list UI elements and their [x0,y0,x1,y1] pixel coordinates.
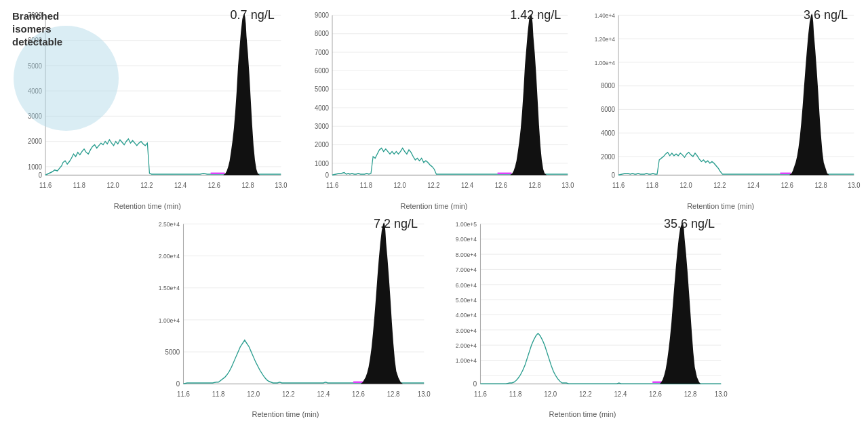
svg-text:12.6: 12.6 [208,181,220,189]
svg-text:2000: 2000 [28,138,42,146]
svg-text:9.00e+4: 9.00e+4 [456,235,477,243]
svg-text:12.4: 12.4 [614,390,627,398]
svg-text:0: 0 [325,171,328,179]
chart-4-wrapper: 7.2 ng/L 2.50e+4 2.00e+4 1.50e+4 1 [140,216,431,419]
svg-text:12.4: 12.4 [174,181,186,189]
svg-text:2.00e+4: 2.00e+4 [159,252,180,260]
svg-text:3.00e+4: 3.00e+4 [456,326,477,333]
svg-text:11.8: 11.8 [212,390,225,398]
svg-text:12.0: 12.0 [247,390,260,398]
svg-text:1.40e+4: 1.40e+4 [595,12,615,19]
svg-text:1000: 1000 [315,159,329,167]
svg-text:13.0: 13.0 [715,390,728,398]
svg-text:3000: 3000 [28,112,42,120]
svg-text:5000: 5000 [165,348,180,356]
svg-text:11.8: 11.8 [359,181,372,189]
svg-text:12.2: 12.2 [579,390,592,398]
svg-text:11.6: 11.6 [474,390,487,398]
chart-5-svg: 1.00e+5 9.00e+4 8.00e+4 7.00e+4 6.00e+4 … [437,216,728,409]
svg-text:3000: 3000 [315,122,329,130]
chart-3-area: 1.40e+4 1.20e+4 1.00e+4 8000 6000 4000 2… [580,7,861,201]
svg-text:12.6: 12.6 [649,390,662,398]
svg-text:13.0: 13.0 [848,181,861,189]
svg-text:12.8: 12.8 [242,181,254,189]
chart-1-xlabel: Retention time (min) [114,202,181,210]
svg-text:8.00e+4: 8.00e+4 [456,251,477,258]
svg-text:12.0: 12.0 [106,181,119,189]
chart-1-wrapper: Branchedisomersdetectable 0.7 ng/L [7,7,288,210]
svg-text:13.0: 13.0 [561,181,574,189]
svg-marker-26 [218,14,260,175]
svg-text:1.00e+5: 1.00e+5 [456,220,477,228]
chart-5-xlabel: Retention time (min) [549,410,616,418]
svg-text:1.00e+4: 1.00e+4 [595,59,615,66]
svg-marker-107 [355,222,403,383]
chart-3-svg: 1.40e+4 1.20e+4 1.00e+4 8000 6000 4000 2… [580,7,861,201]
svg-text:0: 0 [176,380,180,388]
chart-3-wrapper: 3.6 ng/L 1.40e+4 1.20e+4 [580,7,861,210]
svg-text:13.0: 13.0 [275,181,287,189]
svg-text:2000: 2000 [601,153,615,161]
svg-text:12.2: 12.2 [427,181,439,189]
svg-text:12.8: 12.8 [528,181,540,189]
bottom-row: 7.2 ng/L 2.50e+4 2.00e+4 1.50e+4 1 [7,216,861,419]
svg-text:8000: 8000 [315,30,329,38]
svg-marker-57 [503,14,547,175]
svg-text:12.8: 12.8 [387,390,400,398]
svg-text:12.0: 12.0 [544,390,557,398]
svg-text:11.6: 11.6 [612,181,625,189]
svg-text:5000: 5000 [28,62,42,70]
svg-text:4.00e+4: 4.00e+4 [456,311,477,319]
svg-text:8000: 8000 [601,82,615,90]
svg-text:11.8: 11.8 [73,181,85,189]
svg-text:6000: 6000 [601,105,615,113]
svg-text:6.00e+4: 6.00e+4 [456,281,477,288]
chart-2-xlabel: Retention time (min) [400,202,467,210]
chart-4-title: 7.2 ng/L [374,217,418,231]
svg-marker-84 [784,14,829,175]
chart-4-area: 2.50e+4 2.00e+4 1.50e+4 1.00e+4 5000 0 1… [140,216,431,409]
svg-text:12.4: 12.4 [317,390,330,398]
chart-2-area: 9000 8000 7000 6000 5000 4000 3000 2000 … [294,7,575,201]
svg-text:12.6: 12.6 [494,181,507,189]
svg-text:12.2: 12.2 [282,390,295,398]
chart-4-svg: 2.50e+4 2.00e+4 1.50e+4 1.00e+4 5000 0 1… [140,216,431,409]
svg-text:12.0: 12.0 [680,181,692,189]
svg-text:12.2: 12.2 [140,181,153,189]
svg-text:12.2: 12.2 [714,181,726,189]
svg-text:1.20e+4: 1.20e+4 [595,35,615,43]
chart-2-title: 1.42 ng/L [510,8,561,22]
svg-text:12.0: 12.0 [393,181,406,189]
chart-5-wrapper: 35.6 ng/L [437,216,728,419]
svg-text:0: 0 [612,171,615,179]
svg-text:12.8: 12.8 [815,181,827,189]
svg-text:11.6: 11.6 [177,390,190,398]
svg-text:0: 0 [39,171,42,179]
svg-text:0: 0 [473,380,477,388]
svg-text:4000: 4000 [28,87,42,95]
main-container: Branchedisomersdetectable 0.7 ng/L [0,0,868,425]
svg-text:13.0: 13.0 [418,390,431,398]
svg-text:11.8: 11.8 [509,390,522,398]
svg-text:12.6: 12.6 [352,390,365,398]
svg-marker-141 [654,222,701,383]
svg-text:12.4: 12.4 [461,181,473,189]
top-row: Branchedisomersdetectable 0.7 ng/L [7,7,861,210]
chart-5-area: 1.00e+5 9.00e+4 8.00e+4 7.00e+4 6.00e+4 … [437,216,728,409]
svg-text:11.8: 11.8 [646,181,658,189]
svg-text:12.8: 12.8 [684,390,697,398]
svg-text:5.00e+4: 5.00e+4 [456,296,477,304]
svg-text:6000: 6000 [315,66,329,75]
svg-text:1.00e+4: 1.00e+4 [159,317,180,324]
svg-text:12.4: 12.4 [747,181,760,189]
svg-text:2000: 2000 [315,141,329,149]
svg-text:2.50e+4: 2.50e+4 [159,220,180,228]
chart-4-xlabel: Retention time (min) [252,410,319,418]
chart-2-wrapper: 1.42 ng/L 9000 [294,7,575,210]
svg-text:5000: 5000 [315,85,329,94]
svg-text:2.00e+4: 2.00e+4 [456,342,477,349]
svg-text:11.6: 11.6 [326,181,338,189]
annotation-text: Branchedisomersdetectable [12,10,62,48]
svg-text:7.00e+4: 7.00e+4 [456,266,477,273]
svg-text:1.50e+4: 1.50e+4 [159,284,180,291]
